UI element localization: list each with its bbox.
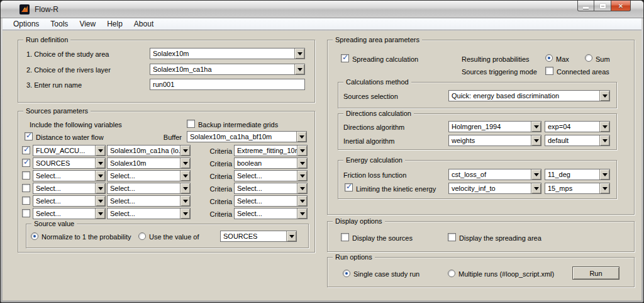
close-button[interactable]: ✕ (611, 1, 631, 11)
dropdown-arrow-icon[interactable] (531, 135, 541, 146)
variable-checkbox[interactable] (22, 209, 30, 217)
dropdown-arrow-icon[interactable] (180, 158, 190, 168)
dropdown-arrow-icon[interactable] (294, 64, 304, 74)
dropdown-arrow-icon[interactable] (297, 209, 307, 219)
layer-dropdown[interactable]: Select... (107, 195, 191, 207)
dropdown-arrow-icon[interactable] (599, 169, 609, 180)
rivers-layer-dropdown[interactable]: Solalex10m_ca1ha (150, 64, 305, 75)
run-button[interactable]: Run (572, 266, 619, 280)
menu-options[interactable]: Options (8, 19, 45, 30)
variable-dropdown[interactable]: Select... (33, 195, 106, 207)
spreading-area-panel: Spreading area parameters Spreading calc… (327, 40, 635, 215)
dropdown-arrow-icon[interactable] (180, 183, 190, 193)
single-run-radio[interactable] (343, 270, 350, 277)
rivers-layer-value: Solalex10m_ca1ha (150, 64, 294, 74)
menu-help[interactable]: Help (101, 19, 128, 30)
criteria-dropdown[interactable]: boolean (234, 157, 308, 169)
max-radio[interactable] (545, 54, 553, 62)
friction-value-dropdown[interactable]: 11_deg (545, 169, 610, 180)
sum-radio[interactable] (585, 54, 592, 62)
buffer-dropdown[interactable]: Solalex10m_ca1ha_bf10m (187, 131, 307, 142)
layer-dropdown[interactable]: Select... (107, 170, 191, 181)
run-name-input[interactable] (150, 79, 305, 90)
source-value-box: Source value Normalize to 1 the probabil… (26, 224, 309, 248)
use-value-radio[interactable] (138, 232, 146, 240)
menu-view[interactable]: View (74, 19, 101, 30)
app-window: Flow-R ✕ Options Tools View Help About R… (0, 0, 644, 303)
dropdown-arrow-icon[interactable] (297, 183, 307, 193)
velocity-limit-dropdown[interactable]: velocity_inf_to (448, 183, 541, 194)
dropdown-arrow-icon[interactable] (599, 135, 609, 146)
variable-checkbox[interactable] (22, 184, 30, 192)
dropdown-arrow-icon[interactable] (599, 91, 609, 101)
velocity-value-dropdown[interactable]: 15_mps (545, 183, 610, 194)
dropdown-arrow-icon[interactable] (531, 122, 541, 132)
criteria-dropdown[interactable]: Select... (234, 183, 308, 194)
dropdown-arrow-icon[interactable] (180, 171, 190, 181)
dropdown-arrow-icon[interactable] (95, 196, 105, 206)
layer-dropdown[interactable]: Solalex10m_ca1ha (lo... (107, 145, 191, 156)
dropdown-arrow-icon[interactable] (296, 132, 306, 142)
dropdown-arrow-icon[interactable] (599, 183, 609, 193)
dropdown-arrow-icon[interactable] (95, 171, 105, 181)
dropdown-arrow-icon[interactable] (531, 183, 541, 193)
dropdown-arrow-icon[interactable] (297, 146, 307, 156)
backup-grids-checkbox[interactable] (187, 120, 195, 128)
dropdown-arrow-icon[interactable] (297, 171, 307, 181)
variable-dropdown[interactable]: Select... (33, 170, 106, 181)
variable-dropdown[interactable]: Select... (33, 208, 106, 219)
single-run-label: Single case study run (353, 270, 419, 278)
criteria-label: Criteria (207, 147, 232, 156)
source-value-dropdown[interactable]: SOURCES (220, 231, 297, 242)
criteria-dropdown[interactable]: Select... (234, 195, 308, 207)
dropdown-arrow-icon[interactable] (95, 146, 105, 156)
criteria-dropdown[interactable]: Select... (234, 170, 308, 181)
dropdown-arrow-icon[interactable] (297, 158, 307, 168)
dropdown-arrow-icon[interactable] (286, 231, 296, 241)
display-sources-checkbox[interactable] (341, 233, 349, 241)
layer-dropdown[interactable]: Select... (107, 183, 191, 194)
variable-checkbox[interactable] (22, 159, 30, 167)
directions-exponent-dropdown[interactable]: exp=04 (545, 121, 610, 132)
variable-checkbox[interactable] (22, 197, 30, 205)
menu-about[interactable]: About (128, 19, 159, 30)
dropdown-arrow-icon[interactable] (95, 158, 105, 168)
sources-selection-dropdown[interactable]: Quick: energy based discrimination (448, 90, 610, 101)
dropdown-arrow-icon[interactable] (531, 169, 541, 180)
inertial-algorithm-dropdown[interactable]: weights (448, 135, 541, 146)
normalize-radio[interactable] (31, 232, 38, 240)
dropdown-arrow-icon[interactable] (297, 196, 307, 206)
connected-areas-checkbox[interactable] (545, 67, 553, 75)
dropdown-arrow-icon[interactable] (180, 196, 190, 206)
dropdown-arrow-icon[interactable] (599, 122, 609, 132)
variable-dropdown[interactable]: FLOW_ACCU... (33, 145, 106, 156)
dropdown-arrow-icon[interactable] (180, 209, 190, 219)
variable-checkbox[interactable] (22, 171, 30, 180)
friction-loss-dropdown[interactable]: cst_loss_of (448, 169, 541, 180)
criteria-dropdown[interactable]: Select... (234, 208, 308, 219)
minimize-button[interactable] (577, 1, 594, 11)
inertial-option-dropdown[interactable]: default (545, 135, 610, 146)
directions-algorithm-dropdown[interactable]: Holmgren_1994 (448, 121, 541, 132)
menu-tools[interactable]: Tools (45, 19, 74, 30)
max-radio-label: Max (556, 55, 569, 64)
title-bar[interactable]: Flow-R ✕ (1, 1, 643, 18)
criteria-dropdown[interactable]: Extreme_fitting_10m (234, 145, 308, 156)
spreading-calc-checkbox[interactable] (341, 54, 349, 62)
variable-dropdown[interactable]: SOURCES (33, 157, 106, 169)
variable-checkbox[interactable] (22, 146, 30, 154)
multiple-runs-radio[interactable] (448, 270, 455, 277)
variable-dropdown[interactable]: Select... (33, 183, 106, 194)
dropdown-arrow-icon[interactable] (95, 209, 105, 219)
display-spreading-checkbox[interactable] (448, 233, 456, 241)
layer-dropdown[interactable]: Solalex10m (107, 157, 191, 169)
maximize-button[interactable] (594, 1, 611, 11)
window-title: Flow-R (35, 5, 58, 14)
dropdown-arrow-icon[interactable] (180, 146, 190, 156)
study-area-dropdown[interactable]: Solalex10m (150, 48, 305, 59)
dropdown-arrow-icon[interactable] (95, 183, 105, 193)
layer-dropdown[interactable]: Select... (107, 208, 191, 219)
limiting-energy-checkbox[interactable] (345, 183, 353, 192)
distance-water-checkbox[interactable] (25, 132, 33, 140)
dropdown-arrow-icon[interactable] (294, 49, 304, 59)
